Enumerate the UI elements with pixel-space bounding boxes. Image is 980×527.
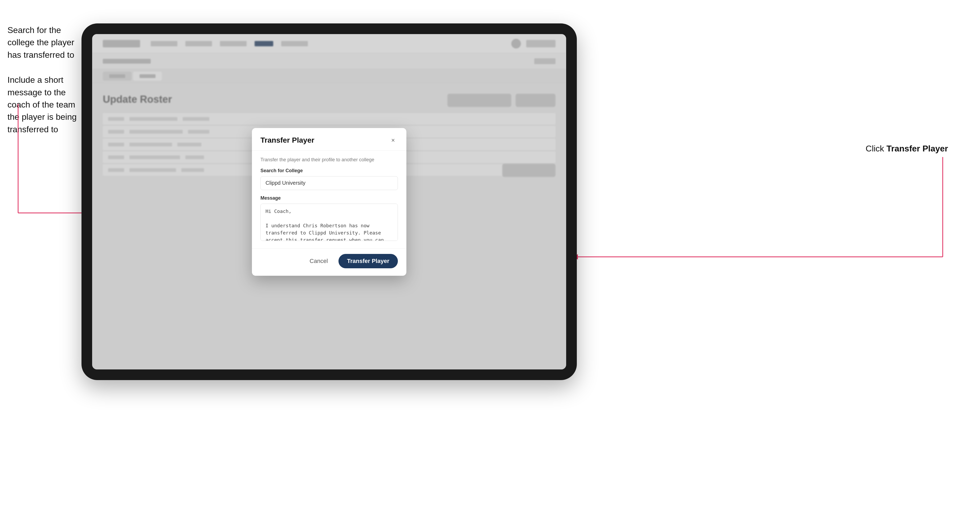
modal-title: Transfer Player: [261, 136, 314, 144]
message-label: Message: [261, 195, 398, 201]
modal-close-button[interactable]: ×: [388, 135, 398, 145]
modal-overlay: Transfer Player × Transfer the player an…: [92, 34, 566, 370]
tablet-frame: Update Roster: [81, 24, 577, 380]
tablet-screen: Update Roster: [92, 34, 566, 370]
modal-body: Transfer the player and their profile to…: [252, 151, 406, 248]
annotation-message-text: Include a short message to the coach of …: [8, 74, 77, 135]
modal-footer: Cancel Transfer Player: [252, 248, 406, 276]
message-textarea[interactable]: Hi Coach, I understand Chris Robertson h…: [261, 204, 398, 241]
transfer-player-button[interactable]: Transfer Player: [339, 254, 398, 268]
modal-description: Transfer the player and their profile to…: [261, 157, 398, 163]
annotation-right-prefix: Click: [866, 144, 886, 153]
annotation-search-text: Search for the college the player has tr…: [8, 24, 77, 61]
cancel-button[interactable]: Cancel: [304, 255, 333, 267]
search-college-input[interactable]: [261, 176, 398, 190]
annotation-left: Search for the college the player has tr…: [8, 24, 77, 148]
modal-header: Transfer Player ×: [252, 128, 406, 151]
annotation-right-bold: Transfer Player: [886, 144, 948, 153]
search-college-label: Search for College: [261, 168, 398, 173]
annotation-right: Click Transfer Player: [866, 144, 948, 154]
transfer-player-modal: Transfer Player × Transfer the player an…: [252, 128, 406, 276]
